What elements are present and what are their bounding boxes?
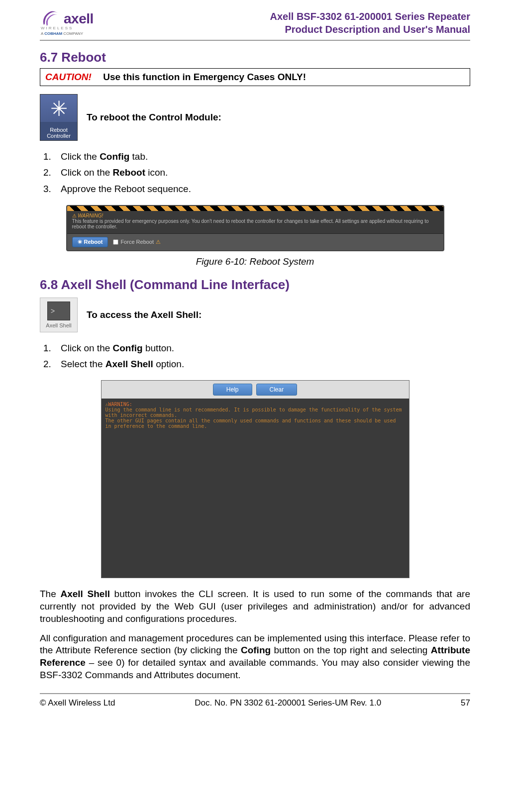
- list-item: Approve the Reboot sequence.: [54, 181, 470, 197]
- asterisk-icon: ✳: [50, 99, 68, 119]
- cli-warning-title: WARNING:: [108, 402, 132, 407]
- reboot-controller-icon: ✳ Reboot Controller: [40, 94, 78, 141]
- hazard-stripe-icon: [67, 206, 443, 211]
- list-item: Select the Axell Shell option.: [54, 356, 470, 372]
- caution-text: Use this function in Emergency Cases ONL…: [103, 72, 306, 82]
- header-title: Axell BSF-3302 61-200001 Series Repeater…: [270, 10, 470, 36]
- footer-page-number: 57: [461, 698, 470, 708]
- cli-warning-line2: The other GUI pages contain all the comm…: [105, 418, 396, 429]
- shell-instruction: To access the Axell Shell:: [87, 309, 202, 320]
- reboot-steps: Click the Config tab. Click on the Reboo…: [54, 149, 470, 197]
- section-6-8-heading: 6.8 Axell Shell (Command Line Interface): [40, 277, 470, 293]
- reboot-button[interactable]: ✳ Reboot: [72, 237, 108, 247]
- shell-paragraph-1: The Axell Shell button invokes the CLI s…: [40, 588, 470, 625]
- header-title-line2: Product Description and User's Manual: [270, 23, 470, 36]
- shell-steps: Click on the Config button. Select the A…: [54, 340, 470, 373]
- warning-bar: ⚠ WARNING! This feature is provided for …: [67, 211, 443, 233]
- caution-box: CAUTION! Use this function in Emergency …: [40, 68, 470, 86]
- cli-toolbar: Help Clear: [102, 381, 409, 399]
- terminal-icon: >: [47, 302, 70, 320]
- warning-triangle-icon: ⚠: [72, 213, 78, 218]
- reboot-icon-row: ✳ Reboot Controller To reboot the Contro…: [40, 94, 470, 141]
- caution-label: CAUTION!: [45, 72, 92, 82]
- shell-figure: Help Clear ⚠WARNING: Using the command l…: [40, 380, 470, 578]
- axell-shell-icon: > Axell Shell: [40, 298, 78, 332]
- reboot-star-icon: ✳: [78, 239, 82, 245]
- reboot-instruction: To reboot the Control Module:: [87, 112, 221, 123]
- cli-window: Help Clear ⚠WARNING: Using the command l…: [101, 380, 409, 578]
- footer-copyright: © Axell Wireless Ltd: [40, 698, 115, 708]
- reboot-icon-label-1: Reboot: [47, 127, 71, 133]
- figure-6-10: ⚠ WARNING! This feature is provided for …: [40, 205, 470, 267]
- shell-icon-row: > Axell Shell To access the Axell Shell:: [40, 298, 470, 332]
- force-reboot-checkbox[interactable]: Force Reboot ⚠: [113, 239, 161, 245]
- warning-title: WARNING!: [78, 213, 103, 218]
- cli-warning-line1: Using the command line is not recommende…: [105, 407, 402, 418]
- reboot-dialog-figure: ⚠ WARNING! This feature is provided for …: [66, 205, 444, 251]
- section-6-7-heading: 6.7 Reboot: [40, 50, 470, 65]
- shell-icon-label: Axell Shell: [46, 322, 71, 328]
- warning-triangle-icon: ⚠: [156, 239, 161, 245]
- header-title-line1: Axell BSF-3302 61-200001 Series Repeater: [270, 10, 470, 23]
- list-item: Click the Config tab.: [54, 149, 470, 165]
- page-header: axell WIRELESS A COBHAM COMPANY Axell BS…: [40, 10, 470, 41]
- clear-button[interactable]: Clear: [256, 384, 298, 396]
- help-button[interactable]: Help: [213, 384, 252, 396]
- page-footer: © Axell Wireless Ltd Doc. No. PN 3302 61…: [40, 693, 470, 708]
- terminal-body[interactable]: ⚠WARNING: Using the command line is not …: [102, 399, 409, 578]
- logo-swirl-icon: [40, 10, 61, 28]
- warning-text: This feature is provided for emergency p…: [72, 218, 429, 229]
- shell-paragraph-2: All configuration and management procedu…: [40, 632, 470, 682]
- reboot-icon-label-2: Controller: [47, 133, 71, 139]
- list-item: Click on the Config button.: [54, 340, 470, 356]
- footer-docno: Doc. No. PN 3302 61-200001 Series-UM Rev…: [195, 698, 381, 708]
- logo-tagline: A COBHAM COMPANY: [41, 31, 94, 36]
- figure-6-10-caption: Figure 6-10: Reboot System: [40, 256, 470, 267]
- logo-text: axell: [64, 11, 94, 27]
- logo-block: axell WIRELESS A COBHAM COMPANY: [40, 10, 94, 36]
- list-item: Click on the Reboot icon.: [54, 165, 470, 181]
